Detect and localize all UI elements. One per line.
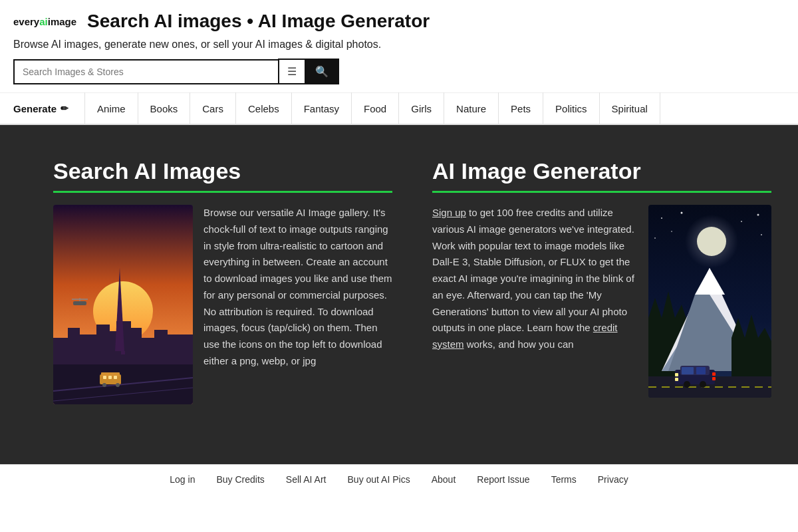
footer-about[interactable]: About	[432, 474, 456, 485]
nav-item-nature[interactable]: Nature	[444, 92, 499, 124]
svg-rect-20	[108, 376, 112, 379]
nav-item-girls[interactable]: Girls	[399, 92, 444, 124]
svg-point-29	[697, 227, 726, 256]
city-image	[53, 205, 193, 404]
svg-point-54	[700, 381, 706, 388]
section-generator-body: Sign up to get 100 free credits and util…	[432, 205, 771, 398]
main-content: Search AI Images	[0, 125, 798, 464]
nav-item-books[interactable]: Books	[138, 92, 191, 124]
logo-text-suffix: image	[48, 16, 76, 27]
tagline: Browse AI images, generate new ones, or …	[13, 39, 785, 51]
mountain-image	[648, 205, 771, 398]
svg-rect-48	[696, 367, 706, 374]
svg-rect-13	[121, 351, 125, 354]
svg-rect-24	[73, 301, 86, 305]
svg-point-35	[761, 234, 762, 235]
section-generator-text: Sign up to get 100 free credits and util…	[432, 205, 638, 398]
section-search-text: Browse our versatile AI Image gallery. I…	[203, 205, 392, 404]
nav-item-spiritual[interactable]: Spiritual	[600, 92, 660, 124]
nav-item-pets[interactable]: Pets	[499, 92, 543, 124]
nav-generate-label: Generate	[13, 103, 57, 114]
nav-item-cars[interactable]: Cars	[190, 92, 236, 124]
svg-point-31	[681, 212, 683, 214]
site-logo[interactable]: everyaiimage	[13, 16, 76, 27]
svg-point-36	[671, 231, 672, 232]
search-submit-button[interactable]: 🔍	[305, 59, 339, 84]
svg-rect-50	[712, 377, 716, 380]
nav-bar: Generate ✏ Anime Books Cars Celebs Fanta…	[0, 93, 798, 125]
footer: Log in Buy Credits Sell AI Art Buy out A…	[0, 464, 798, 494]
footer-sell-ai-art[interactable]: Sell AI Art	[286, 474, 327, 485]
nav-item-food[interactable]: Food	[352, 92, 399, 124]
signup-link[interactable]: Sign up	[432, 207, 466, 218]
svg-rect-19	[103, 376, 106, 379]
section-generator-underline	[432, 191, 771, 193]
svg-point-34	[654, 237, 656, 239]
svg-point-32	[741, 221, 742, 222]
generator-body-text2: works, and how you can	[464, 338, 574, 350]
pencil-icon: ✏	[61, 103, 68, 114]
section-generator-title: AI Image Generator	[432, 158, 771, 184]
section-search-underline	[53, 191, 392, 193]
logo-text-ai: ai	[39, 16, 48, 27]
svg-rect-21	[114, 376, 117, 379]
header: everyaiimage Search AI images • AI Image…	[0, 0, 798, 93]
search-input[interactable]	[13, 59, 278, 84]
section-search-body: Browse our versatile AI Image gallery. I…	[53, 205, 392, 404]
svg-rect-49	[712, 372, 716, 376]
header-top: everyaiimage Search AI images • AI Image…	[13, 11, 785, 32]
section-search: Search AI Images	[53, 158, 392, 438]
footer-login[interactable]: Log in	[170, 474, 195, 485]
svg-point-33	[757, 214, 759, 216]
nav-generate[interactable]: Generate ✏	[13, 103, 68, 114]
section-search-title: Search AI Images	[53, 158, 392, 184]
footer-report-issue[interactable]: Report Issue	[477, 474, 529, 485]
nav-item-anime[interactable]: Anime	[84, 92, 138, 124]
search-bar: ☰ 🔍	[13, 59, 339, 84]
search-icon: 🔍	[315, 66, 329, 77]
site-title: Search AI images • AI Image Generator	[87, 11, 430, 32]
search-filter-button[interactable]: ☰	[278, 59, 305, 84]
footer-buy-credits[interactable]: Buy Credits	[216, 474, 264, 485]
nav-item-fantasy[interactable]: Fantasy	[292, 92, 352, 124]
footer-buy-out-ai-pics[interactable]: Buy out AI Pics	[348, 474, 410, 485]
svg-rect-52	[675, 378, 678, 381]
footer-privacy[interactable]: Privacy	[598, 474, 628, 485]
logo-text-every: every	[13, 16, 39, 27]
section-generator: AI Image Generator Sign up to get 100 fr…	[432, 158, 771, 438]
svg-rect-47	[682, 367, 694, 374]
filter-icon: ☰	[287, 66, 297, 77]
generator-body-text1: to get 100 free credits and utilize vari…	[432, 207, 634, 333]
svg-point-23	[116, 383, 120, 387]
nav-item-politics[interactable]: Politics	[543, 92, 600, 124]
nav-items: Anime Books Cars Celebs Fantasy Food Gir…	[84, 92, 660, 124]
svg-point-22	[102, 383, 106, 387]
footer-terms[interactable]: Terms	[551, 474, 577, 485]
svg-rect-51	[675, 373, 678, 376]
svg-point-30	[661, 217, 662, 219]
nav-item-celebs[interactable]: Celebs	[236, 92, 292, 124]
svg-point-53	[684, 381, 690, 388]
